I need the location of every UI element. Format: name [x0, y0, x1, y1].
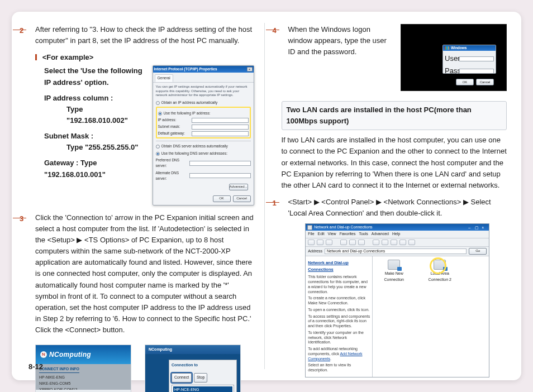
subnet-value: Type "255.255.255.0"	[66, 142, 146, 153]
subnet-label: Subnet Mask :	[44, 131, 146, 142]
pass-input[interactable]	[459, 69, 494, 74]
left-pane-p2: To create a new connection, click Make N…	[308, 296, 370, 306]
delete-icon[interactable]	[391, 240, 397, 245]
menu-help[interactable]: Help	[392, 231, 400, 237]
ip-input[interactable]	[192, 118, 249, 123]
step-3-text: Click the 'Connection to' arrow in the P…	[35, 212, 254, 336]
brand-logo-icon: N	[40, 351, 47, 358]
user-input[interactable]	[459, 56, 494, 61]
advanced-button[interactable]: Advanced...	[229, 184, 248, 190]
manual-page: 2 After referring to "3. How to check th…	[12, 12, 521, 380]
example-text-col: Select the 'Use the following IP address…	[35, 65, 146, 205]
search-icon[interactable]	[340, 240, 347, 245]
address-value: Network and Dial-up Connections	[327, 248, 385, 255]
right-column: 4 When the Windows logon window appears,…	[265, 12, 522, 380]
dialog-tip: You can get IP settings assigned automat…	[156, 85, 251, 98]
page-number: 8-12	[28, 361, 43, 372]
step-2-block: 2 After referring to "3. How to check th…	[28, 24, 254, 205]
host-item: HP-NCE-ENG	[173, 386, 232, 392]
dns1-input[interactable]	[189, 161, 251, 166]
host-dialog: Connection to Connect Stop HP-NCE-ENG * …	[169, 360, 237, 392]
views-icon[interactable]	[408, 240, 415, 245]
step-3-screenshots: N NComputing CONNECT INFO INFO HP-NIKE-E…	[35, 345, 254, 392]
mask-input[interactable]	[192, 125, 249, 130]
radio-auto-dns[interactable]: Obtain DNS server address automatically	[156, 144, 251, 149]
logon-dialog: Windows User Pass OK Cancel	[442, 45, 496, 74]
menu-file[interactable]: File	[308, 231, 314, 237]
connect-button[interactable]: Connect	[172, 373, 192, 383]
close-icon[interactable]: ×	[482, 225, 487, 230]
folders-icon[interactable]	[349, 240, 356, 245]
local-area-connection-item[interactable]: Local Area Connection 2	[422, 260, 458, 283]
tcpip-dialog-figure: Internet Protocol (TCP/IP) Properties × …	[153, 65, 254, 205]
menu-tools[interactable]: Tools	[359, 231, 368, 237]
dialog-title: Internet Protocol (TCP/IP) Properties	[154, 66, 217, 72]
step-4-text: When the Windows logon window appears, t…	[288, 24, 393, 58]
step-2-text: After referring to "3. How to check the …	[35, 24, 254, 46]
radio-auto-ip[interactable]: Obtain an IP address automatically	[156, 100, 251, 106]
radio-use-ip[interactable]: Use the following IP address:	[158, 111, 249, 116]
gw-input[interactable]	[192, 131, 249, 136]
step-3-block: 3 Click the 'Connection to' arrow in the…	[28, 212, 254, 392]
ip-col-value: Type "192.168.010.002"	[66, 104, 146, 126]
menu-favorites[interactable]: Favorites	[340, 231, 356, 237]
connection-icon	[434, 260, 446, 270]
go-button[interactable]: Go	[469, 248, 487, 255]
dns2-label: Alternate DNS server:	[156, 170, 187, 181]
example-heading: <For example>	[35, 52, 254, 63]
left-pane-p7: Select an item to view its description.	[308, 363, 370, 373]
left-pane-p5: To identify your computer on the network…	[308, 331, 370, 345]
left-pane-p6: To add additional networking components,…	[308, 347, 370, 361]
window-title: Network and Dial-up Connections	[314, 224, 372, 231]
step-1-block: 1 <Start> ▶ <Control Panel> ▶ <Network C…	[282, 197, 507, 377]
dns2-input[interactable]	[189, 173, 251, 178]
copy-icon[interactable]	[382, 240, 388, 245]
expanion-initial-screenshot: N NComputing CONNECT INFO INFO HP-NIKE-E…	[35, 345, 131, 392]
left-pane-heading: Network and Dial-up Connections	[308, 260, 370, 273]
windows-flag-icon	[445, 46, 449, 50]
left-pane: Network and Dial-up Connections This fol…	[306, 256, 373, 377]
network-connections-window: Network and Dial-up Connections – ▢ × Fi…	[305, 223, 489, 377]
radio-auto-dns-label: Obtain DNS server address automatically	[161, 144, 228, 149]
make-new-connection-item[interactable]: Make New Connection	[376, 260, 412, 283]
maximize-icon[interactable]: ▢	[475, 225, 480, 230]
forward-icon[interactable]	[317, 240, 323, 245]
step-1-text: <Start> ▶ <Control Panel> ▶ <Network Con…	[288, 197, 507, 219]
window-icon	[307, 225, 312, 230]
tab-general[interactable]: General	[155, 74, 173, 82]
minimize-icon[interactable]: –	[468, 225, 474, 230]
stop-button[interactable]: Stop	[194, 373, 207, 383]
address-label: Address	[308, 248, 322, 255]
step-2-number: 2	[20, 25, 23, 36]
dialog-buttons: OK Cancel	[153, 195, 254, 205]
menu-advanced[interactable]: Advanced	[372, 231, 389, 237]
address-field[interactable]: Network and Dial-up Connections	[325, 248, 467, 254]
logon-titlebar: Windows	[443, 45, 496, 51]
toolbar	[306, 238, 489, 247]
host-listbox[interactable]: HP-NCE-ENG * HP-NCE-ENG * XPPRO-KOR-COM1…	[172, 385, 234, 392]
expanion-hostlist-screenshot: NComputing Connection to Connect Stop	[145, 345, 241, 392]
undo-icon[interactable]	[399, 240, 406, 245]
step-4-block: 4 When the Windows logon window appears,…	[282, 24, 507, 91]
ok-button[interactable]: OK	[213, 195, 231, 202]
left-pane-p4: To access settings and components of a c…	[308, 314, 370, 329]
move-icon[interactable]	[373, 240, 379, 245]
menu-bar: File Edit View Favorites Tools Advanced …	[306, 231, 489, 238]
list-item: HP-NIKE-ENG	[39, 375, 127, 381]
list-item: NIKE-ENG-COM5	[39, 381, 127, 387]
close-icon[interactable]: ×	[247, 67, 253, 71]
top-stripe: NComputing	[145, 345, 240, 354]
cancel-button[interactable]: Cancel	[476, 79, 494, 85]
conn-label: Local Area Connection 2	[422, 271, 458, 283]
radio-use-dns[interactable]: Use the following DNS server addresses:	[156, 151, 251, 156]
cancel-button[interactable]: Cancel	[233, 195, 251, 202]
up-icon[interactable]	[326, 240, 332, 245]
menu-view[interactable]: View	[328, 231, 336, 237]
history-icon[interactable]	[358, 240, 365, 245]
ip-label: IP address:	[158, 117, 189, 123]
back-icon[interactable]	[308, 240, 315, 245]
highlight-ip-box: Use the following IP address: IP address…	[156, 107, 251, 138]
menu-edit[interactable]: Edit	[318, 231, 325, 237]
ok-button[interactable]: OK	[456, 79, 474, 85]
step-4-number: 4	[273, 25, 277, 36]
